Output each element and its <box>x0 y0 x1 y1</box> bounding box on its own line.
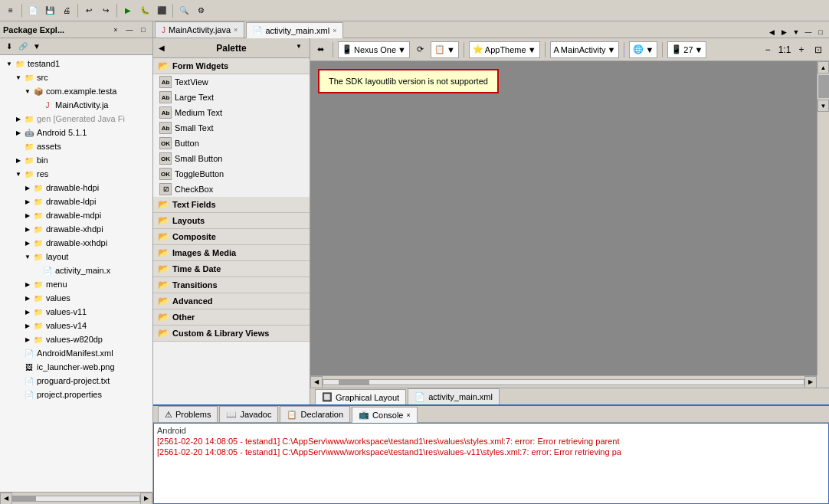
toolbar-new-btn[interactable]: 📄 <box>25 3 41 18</box>
zoom-out-btn[interactable]: − <box>760 42 775 57</box>
tree-item-values-v11[interactable]: ▶ 📁 values-v11 <box>0 305 152 319</box>
tree-item-src[interactable]: ▼ 📁 src <box>0 70 152 84</box>
editor-btn-1[interactable]: ⬌ <box>313 41 328 58</box>
tab-activity-main-xml[interactable]: 📄 activity_main.xml <box>408 388 500 404</box>
toolbar-redo-btn[interactable]: ↪ <box>98 3 113 18</box>
tree-item-res[interactable]: ▼ 📁 res <box>0 167 152 181</box>
vscroll-down-btn[interactable]: ▼ <box>818 100 829 112</box>
palette-item-checkbox[interactable]: ☑ CheckBox <box>153 182 310 197</box>
tree-horizontal-scrollbar[interactable]: ◀ ▶ <box>0 492 152 504</box>
tree-item-drawable-hdpi[interactable]: ▶ 📁 drawable-hdpi <box>0 181 152 195</box>
tab-menu-btn[interactable]: ▼ <box>791 27 801 38</box>
palette-item-button[interactable]: OK Button <box>153 136 310 151</box>
tree-item-assets[interactable]: ▶ 📁 assets <box>0 139 152 153</box>
tab-scroll-left[interactable]: ◀ <box>766 27 777 38</box>
tree-item-values[interactable]: ▶ 📁 values <box>0 291 152 305</box>
palette-item-toggle-button[interactable]: OK ToggleButton <box>153 166 310 182</box>
tree-item-drawable-mdpi[interactable]: ▶ 📁 drawable-mdpi <box>0 208 152 222</box>
device-dropdown[interactable]: 📱 Nexus One ▼ <box>338 41 410 58</box>
editor-minimize-btn[interactable]: — <box>803 27 814 38</box>
activity-dropdown[interactable]: A MainActivity ▼ <box>550 41 620 58</box>
tree-item-ic-launcher[interactable]: ▶ 🖼 ic_launcher-web.png <box>0 360 152 374</box>
palette-item-small-button[interactable]: OK Small Button <box>153 151 310 166</box>
palette-category-advanced[interactable]: 📂 Advanced <box>153 293 310 309</box>
toolbar-menu-btn[interactable]: ≡ <box>3 3 18 18</box>
toolbar-run-btn[interactable]: ▶ <box>120 3 136 18</box>
panel-minimize-btn[interactable]: × <box>110 24 122 36</box>
palette-category-layouts[interactable]: 📂 Layouts <box>153 213 310 229</box>
bottom-tab-declaration[interactable]: 📋 Declaration <box>280 406 350 422</box>
tab-scroll-right[interactable]: ▶ <box>778 27 789 38</box>
panel-close-btn[interactable]: □ <box>137 24 149 36</box>
toolbar-debug-btn[interactable]: 🐛 <box>137 3 152 18</box>
palette-category-custom-library[interactable]: 📂 Custom & Library Views <box>153 326 310 342</box>
vscroll-up-btn[interactable]: ▲ <box>818 61 829 74</box>
toolbar-undo-btn[interactable]: ↩ <box>81 3 97 18</box>
bottom-tab-javadoc[interactable]: 📖 Javadoc <box>219 406 278 422</box>
tree-item-values-w820dp[interactable]: ▶ 📁 values-w820dp <box>0 332 152 346</box>
bottom-tab-problems[interactable]: ⚠ Problems <box>158 406 218 422</box>
preview-horizontal-scrollbar[interactable]: ◀ ▶ <box>310 375 817 388</box>
config-dropdown[interactable]: 📋 ▼ <box>431 41 459 58</box>
link-editor-btn[interactable]: 🔗 <box>17 41 29 53</box>
toolbar-search-btn[interactable]: 🔍 <box>176 3 192 18</box>
tab-mainactivity[interactable]: J MainActivity.java × <box>155 21 244 38</box>
tab-activity-main[interactable]: 📄 activity_main.xml × <box>246 22 343 38</box>
tree-item-values-v14[interactable]: ▶ 📁 values-v14 <box>0 319 152 332</box>
tree-item-project-props[interactable]: ▶ 📄 project.properties <box>0 388 152 401</box>
palette-category-images-media[interactable]: 📂 Images & Media <box>153 245 310 261</box>
hscroll-right-btn[interactable]: ▶ <box>804 376 817 388</box>
toolbar-settings-btn[interactable]: ⚙ <box>193 3 208 18</box>
tree-item-menu[interactable]: ▶ 📁 menu <box>0 277 152 291</box>
palette-category-form-widgets[interactable]: 📂 Form Widgets <box>153 58 310 74</box>
preview-vertical-scrollbar[interactable]: ▲ ▼ <box>817 61 829 375</box>
zoom-reset-btn[interactable]: 1:1 <box>777 42 792 57</box>
collapse-all-btn[interactable]: ⬇ <box>3 41 15 53</box>
scroll-track[interactable] <box>12 496 140 502</box>
locale-dropdown[interactable]: 🌐 ▼ <box>629 41 657 58</box>
scroll-left-btn[interactable]: ◀ <box>0 493 12 505</box>
palette-category-composite[interactable]: 📂 Composite <box>153 229 310 245</box>
tab-graphical-layout[interactable]: 🔲 Graphical Layout <box>315 389 406 404</box>
tree-item-gen[interactable]: ▶ 📁 gen [Generated Java Fi <box>0 112 152 126</box>
toolbar-print-btn[interactable]: 🖨 <box>59 3 74 18</box>
palette-item-large-text[interactable]: Ab Large Text <box>153 90 310 105</box>
tree-item-android511[interactable]: ▶ 🤖 Android 5.1.1 <box>0 126 152 139</box>
tree-item-bin[interactable]: ▶ 📁 bin <box>0 153 152 167</box>
api-dropdown[interactable]: 📱 27 ▼ <box>667 41 706 58</box>
hscroll-left-btn[interactable]: ◀ <box>310 376 323 388</box>
panel-maximize-btn[interactable]: — <box>123 24 136 36</box>
vscroll-track[interactable] <box>818 75 829 98</box>
tab-activity-main-close[interactable]: × <box>333 27 336 34</box>
tree-item-drawable-xhdpi[interactable]: ▶ 📁 drawable-xhdpi <box>0 222 152 236</box>
tree-item-drawable-xxhdpi[interactable]: ▶ 📁 drawable-xxhdpi <box>0 236 152 250</box>
toolbar-save-btn[interactable]: 💾 <box>42 3 57 18</box>
palette-dropdown-btn[interactable]: ▼ <box>296 43 306 54</box>
view-menu-btn[interactable]: ▼ <box>31 41 43 53</box>
tree-item-testand1[interactable]: ▼ 📁 testand1 <box>0 57 152 70</box>
tree-item-com-example[interactable]: ▼ 📦 com.example.testa <box>0 84 152 98</box>
palette-item-medium-text[interactable]: Ab Medium Text <box>153 105 310 120</box>
tree-item-manifest[interactable]: ▶ 📄 AndroidManifest.xml <box>0 346 152 360</box>
palette-category-other[interactable]: 📂 Other <box>153 309 310 326</box>
rotate-btn[interactable]: ⟳ <box>413 41 428 58</box>
bottom-tab-console[interactable]: 📺 Console × <box>352 407 418 423</box>
tree-item-mainactivity-java[interactable]: ▶ J MainActivity.ja <box>0 98 152 112</box>
zoom-in-btn[interactable]: + <box>794 42 809 57</box>
theme-dropdown[interactable]: ⭐ AppTheme ▼ <box>469 41 540 58</box>
palette-category-time-date[interactable]: 📂 Time & Date <box>153 261 310 277</box>
tree-item-drawable-ldpi[interactable]: ▶ 📁 drawable-ldpi <box>0 195 152 208</box>
palette-item-textview[interactable]: Ab TextView <box>153 74 310 90</box>
tree-item-activity-main[interactable]: ▶ 📄 activity_main.x <box>0 263 152 277</box>
tab-mainactivity-close[interactable]: × <box>234 26 238 34</box>
palette-category-text-fields[interactable]: 📂 Text Fields <box>153 197 310 213</box>
toolbar-stop-btn[interactable]: ⬛ <box>154 3 169 18</box>
scroll-right-btn[interactable]: ▶ <box>140 493 152 505</box>
palette-item-small-text[interactable]: Ab Small Text <box>153 120 310 136</box>
console-close-btn[interactable]: × <box>406 411 410 419</box>
palette-nav-back[interactable]: ◀ <box>156 43 167 54</box>
tree-item-proguard[interactable]: ▶ 📄 proguard-project.txt <box>0 374 152 388</box>
editor-maximize-btn[interactable]: □ <box>815 27 826 38</box>
zoom-fit-btn[interactable]: ⊡ <box>811 42 826 57</box>
hscroll-track[interactable] <box>323 379 804 385</box>
